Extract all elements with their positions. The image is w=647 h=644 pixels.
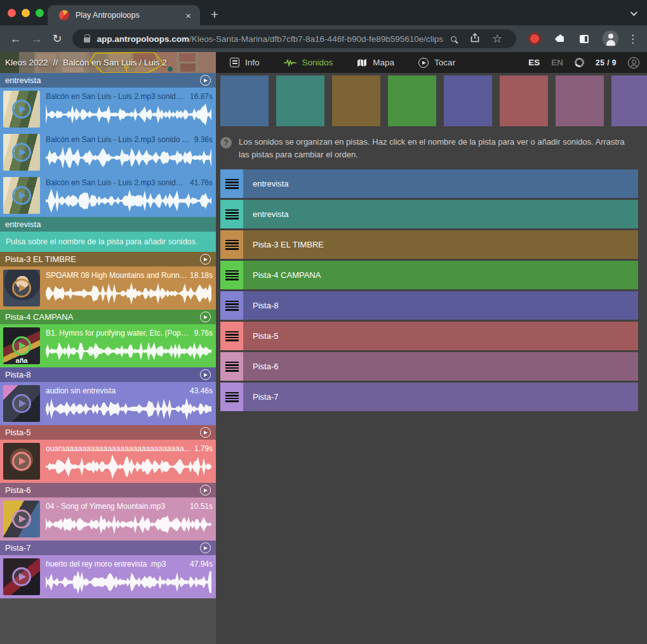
browser-profile-avatar[interactable] <box>603 30 618 47</box>
clip-play-icon[interactable] <box>12 567 31 586</box>
share-icon[interactable] <box>470 33 479 45</box>
clip-play-icon[interactable] <box>12 394 31 413</box>
clip-thumbnail[interactable] <box>3 443 40 480</box>
track-play-button[interactable] <box>200 254 211 265</box>
clip-thumbnail[interactable] <box>3 91 40 128</box>
track-play-button[interactable] <box>200 312 211 322</box>
minimize-window-button[interactable] <box>22 9 30 17</box>
track-swatch[interactable] <box>500 76 548 126</box>
tab-close-icon[interactable]: × <box>183 10 194 21</box>
reload-button[interactable]: ↻ <box>48 32 67 46</box>
page-url[interactable]: app.antropoloops.com/Kleos-Santa-Marina/… <box>97 34 443 44</box>
track-header[interactable]: Pista-5 <box>0 425 216 440</box>
breadcrumb-project[interactable]: Kleos 2022 <box>5 58 48 67</box>
help-icon[interactable]: ? <box>220 137 232 148</box>
track-row[interactable]: entrevista <box>220 169 638 198</box>
clip[interactable]: SPOAMR 08 High Mountains and Running ...… <box>0 266 216 310</box>
track-swatch[interactable] <box>388 76 436 126</box>
track-header[interactable]: Pista-3 EL TIMBRE <box>0 252 216 266</box>
zoom-icon[interactable] <box>451 36 457 42</box>
tab-search-chevron-icon[interactable] <box>630 9 637 16</box>
clip-thumbnail[interactable]: aña <box>3 327 40 364</box>
track-row[interactable]: Pista-7 <box>220 383 638 411</box>
track-play-button[interactable] <box>200 369 211 380</box>
track-row[interactable]: Pista-6 <box>220 352 638 381</box>
lang-en-button[interactable]: EN <box>551 58 563 67</box>
clip-play-icon[interactable] <box>12 186 31 205</box>
back-button[interactable]: ← <box>6 32 25 46</box>
track-header[interactable]: Pista-4 CAMPANA <box>0 310 216 324</box>
forward-button[interactable]: → <box>27 32 46 46</box>
nav-sonidos[interactable]: Sonidos <box>284 58 333 67</box>
track-swatch[interactable] <box>220 76 269 126</box>
account-icon[interactable] <box>628 57 639 69</box>
drag-handle[interactable] <box>220 169 243 198</box>
clip-thumbnail[interactable] <box>3 270 40 306</box>
track-header[interactable]: Pista-6 <box>0 483 216 497</box>
track-row-label[interactable]: Pista-8 <box>243 291 278 320</box>
track-swatch[interactable] <box>556 76 604 126</box>
clip[interactable]: audion sin entrevista43.46s <box>0 382 216 425</box>
clip[interactable]: aña B1. Hymns for purifying water, Etc. … <box>0 324 216 367</box>
clip[interactable]: huerto del rey moro entrevista .mp347.94… <box>0 555 216 598</box>
bookmark-star-icon[interactable]: ☆ <box>492 33 502 44</box>
track-header[interactable]: Pista-8 <box>0 367 216 382</box>
track-play-button[interactable] <box>200 75 211 86</box>
clip-thumbnail[interactable] <box>3 558 40 595</box>
clip-thumbnail[interactable] <box>3 134 40 171</box>
clip-thumbnail[interactable] <box>3 501 40 537</box>
clip[interactable]: ouaraaaaaaaaaaaaaaaaaaaaaaaaaaaaaaaaaaa.… <box>0 440 216 483</box>
drag-handle[interactable] <box>220 352 243 381</box>
track-row-label[interactable]: entrevista <box>243 200 288 228</box>
side-panel-icon[interactable] <box>580 35 589 43</box>
browser-menu-icon[interactable]: ⋮ <box>627 32 638 46</box>
drag-handle[interactable] <box>220 383 243 411</box>
browser-tab[interactable]: Play Antropoloops × <box>48 5 200 25</box>
track-swatch[interactable] <box>332 76 380 126</box>
clip[interactable]: Balcón en San Luis - Luis 2.mp3 sonido h… <box>0 88 216 131</box>
track-row[interactable]: Pista-4 CAMPANA <box>220 261 638 289</box>
track-row[interactable]: entrevista <box>220 200 638 228</box>
track-row[interactable]: Pista-8 <box>220 291 638 320</box>
track-row-label[interactable]: Pista-7 <box>243 383 278 411</box>
track-swatch[interactable] <box>611 76 647 126</box>
track-row-label[interactable]: Pista-5 <box>243 322 278 350</box>
clip-play-icon[interactable] <box>12 143 31 162</box>
nav-info[interactable]: Info <box>230 58 260 67</box>
nav-tocar[interactable]: Tocar <box>418 58 455 68</box>
track-header[interactable]: entrevista <box>0 73 216 88</box>
track-row-label[interactable]: Pista-4 CAMPANA <box>243 261 321 289</box>
track-swatch[interactable] <box>276 76 324 126</box>
clip-play-icon[interactable] <box>12 279 31 298</box>
track-row-label[interactable]: entrevista <box>243 169 288 198</box>
address-bar[interactable]: app.antropoloops.com/Kleos-Santa-Marina/… <box>72 29 516 48</box>
track-row[interactable]: Pista-3 EL TIMBRE <box>220 230 638 259</box>
new-tab-button[interactable]: + <box>206 7 223 22</box>
track-header[interactable]: entrevista <box>0 217 216 232</box>
clip-play-icon[interactable] <box>12 509 31 529</box>
drag-handle[interactable] <box>220 291 243 320</box>
map-thumbnail[interactable]: Kleos 2022 // Balcón en San Luis / Luis … <box>0 52 216 73</box>
clip-play-icon[interactable] <box>12 100 31 119</box>
track-play-button[interactable] <box>200 485 211 496</box>
track-swatch[interactable] <box>444 76 492 126</box>
recording-indicator-icon[interactable] <box>530 34 538 43</box>
track-play-button[interactable] <box>200 542 211 553</box>
clip[interactable]: Balcón en San Luis - Luis 2.mp3 sonido h… <box>0 131 216 174</box>
track-row[interactable]: Pista-5 <box>220 322 638 350</box>
clip[interactable]: 04 - Song of Yimeng Mountain.mp310.51s <box>0 497 216 541</box>
clip-thumbnail[interactable] <box>3 385 40 422</box>
drag-handle[interactable] <box>220 230 243 259</box>
close-window-button[interactable] <box>8 9 16 17</box>
track-header[interactable]: Pista-7 <box>0 541 216 555</box>
track-play-button[interactable] <box>200 427 211 438</box>
drag-handle[interactable] <box>220 200 243 228</box>
lang-es-button[interactable]: ES <box>528 58 540 67</box>
clip[interactable]: Balcón en San Luis - Luis 2.mp3 sonido h… <box>0 174 216 217</box>
extensions-puzzle-icon[interactable] <box>555 33 565 45</box>
clip-thumbnail[interactable] <box>3 177 40 214</box>
nav-mapa[interactable]: Mapa <box>357 58 394 67</box>
drag-handle[interactable] <box>220 322 243 350</box>
drag-handle[interactable] <box>220 261 243 289</box>
maximize-window-button[interactable] <box>36 9 44 17</box>
